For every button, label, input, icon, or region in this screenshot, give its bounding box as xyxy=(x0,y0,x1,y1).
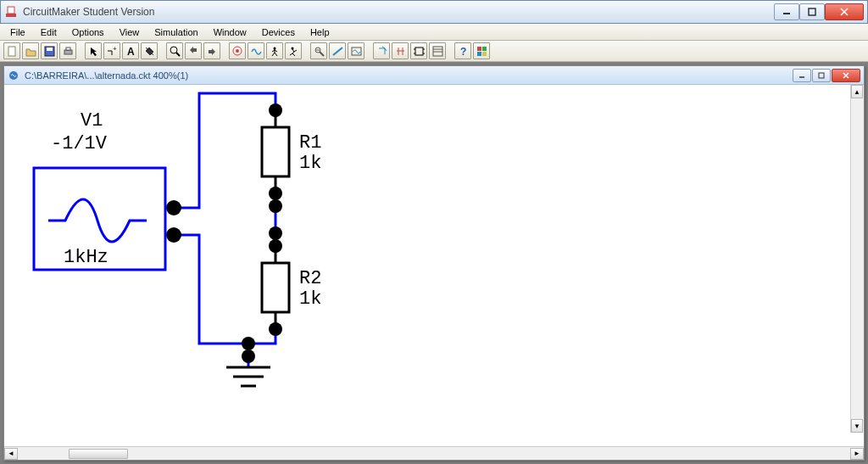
vertical-scrollbar[interactable]: ▲ ▼ xyxy=(850,85,864,433)
zoom-icon[interactable] xyxy=(166,42,183,59)
svg-point-50 xyxy=(166,227,181,243)
menu-bar: File Edit Options View Simulation Window… xyxy=(0,24,868,41)
print-icon[interactable] xyxy=(59,42,76,59)
probe-icon[interactable] xyxy=(310,42,327,59)
vscroll-track[interactable] xyxy=(851,98,863,419)
app-icon xyxy=(4,5,18,19)
v1-frequency-label: 1kHz xyxy=(64,247,108,268)
r1-value-label: 1k xyxy=(299,153,321,174)
horizontal-scrollbar[interactable]: ◄ ► xyxy=(4,446,864,460)
component-r1[interactable]: R1 1k xyxy=(262,110,321,193)
svg-rect-46 xyxy=(819,73,824,78)
svg-rect-10 xyxy=(66,48,70,50)
svg-point-53 xyxy=(269,199,282,213)
svg-rect-61 xyxy=(262,127,289,176)
trace-icon[interactable] xyxy=(348,42,364,59)
svg-rect-6 xyxy=(8,47,15,56)
zoom-in-icon[interactable] xyxy=(203,42,220,59)
maximize-button[interactable] xyxy=(799,3,825,20)
scroll-right-icon[interactable]: ► xyxy=(850,448,864,460)
svg-point-15 xyxy=(170,47,177,53)
doc-minimize-button[interactable] xyxy=(793,69,811,82)
svg-line-21 xyxy=(272,53,275,56)
document-window-controls xyxy=(793,69,860,82)
r2-name-label: R2 xyxy=(299,268,321,289)
svg-rect-41 xyxy=(482,47,487,51)
app-title: CircuitMaker Student Version xyxy=(23,6,774,18)
pointer-icon[interactable] xyxy=(85,42,102,59)
zoom-out-icon[interactable] xyxy=(185,42,202,59)
delete-icon[interactable] xyxy=(141,42,158,59)
svg-text:?: ? xyxy=(460,46,466,57)
window-controls xyxy=(774,3,864,20)
svg-rect-3 xyxy=(809,8,815,15)
svg-rect-8 xyxy=(47,48,53,51)
walk-icon[interactable] xyxy=(266,42,283,59)
document-icon xyxy=(8,70,19,81)
component-r2[interactable]: R2 1k xyxy=(262,246,321,329)
menu-simulation[interactable]: Simulation xyxy=(147,25,204,39)
wire-icon[interactable]: + xyxy=(103,42,120,59)
v1-amplitude-label: -1/1V xyxy=(51,133,108,154)
svg-point-49 xyxy=(166,200,181,215)
component-v1[interactable]: V1 -1/1V 1kHz xyxy=(34,110,165,270)
scroll-up-icon[interactable]: ▲ xyxy=(851,85,863,98)
doc-maximize-button[interactable] xyxy=(812,69,831,82)
doc-close-button[interactable] xyxy=(832,69,860,82)
svg-rect-43 xyxy=(482,52,487,56)
open-file-icon[interactable] xyxy=(22,42,39,59)
hscroll-track[interactable] xyxy=(18,448,850,460)
menu-devices[interactable]: Devices xyxy=(255,25,302,39)
menu-options[interactable]: Options xyxy=(65,25,111,39)
svg-line-27 xyxy=(320,52,324,56)
run-icon[interactable] xyxy=(285,42,302,59)
close-button[interactable] xyxy=(825,3,864,20)
rotate-icon[interactable] xyxy=(373,42,390,59)
svg-line-29 xyxy=(333,48,342,55)
svg-rect-1 xyxy=(8,7,14,14)
scroll-down-icon[interactable]: ▼ xyxy=(851,419,863,433)
toolbar: + A ? xyxy=(0,41,868,62)
svg-point-54 xyxy=(269,226,282,240)
component-ground[interactable] xyxy=(226,367,270,386)
save-icon[interactable] xyxy=(41,42,58,59)
minimize-button[interactable] xyxy=(774,3,799,20)
svg-rect-40 xyxy=(477,47,481,51)
svg-rect-64 xyxy=(262,263,289,312)
palette-icon[interactable] xyxy=(473,42,490,59)
r1-name-label: R1 xyxy=(299,132,321,154)
svg-line-16 xyxy=(176,53,180,56)
help-icon[interactable]: ? xyxy=(454,42,471,59)
mdi-client: C:\BARREIRA\...\alternada.ckt 400%(1) xyxy=(0,62,868,464)
svg-point-18 xyxy=(236,49,239,53)
schematic-canvas[interactable]: V1 -1/1V 1kHz R1 1k xyxy=(4,85,864,446)
title-bar: CircuitMaker Student Version xyxy=(0,0,868,24)
svg-rect-31 xyxy=(415,48,423,55)
svg-line-22 xyxy=(275,53,277,56)
text-icon[interactable]: A xyxy=(122,42,139,59)
menu-view[interactable]: View xyxy=(113,25,147,39)
hscroll-thumb[interactable] xyxy=(69,449,128,459)
scroll-left-icon[interactable]: ◄ xyxy=(4,448,18,460)
svg-point-58 xyxy=(242,349,255,363)
r2-value-label: 1k xyxy=(299,288,321,310)
document-title: C:\BARREIRA\...\alternada.ckt 400%(1) xyxy=(25,70,793,81)
svg-text:A: A xyxy=(127,46,135,57)
new-file-icon[interactable] xyxy=(3,42,20,59)
menu-help[interactable]: Help xyxy=(303,25,337,39)
document-window: C:\BARREIRA\...\alternada.ckt 400%(1) xyxy=(3,65,865,461)
svg-rect-0 xyxy=(6,14,16,17)
svg-rect-42 xyxy=(477,52,481,56)
analog-icon[interactable] xyxy=(248,42,264,59)
digital-icon[interactable] xyxy=(229,42,246,59)
menu-file[interactable]: File xyxy=(3,25,32,39)
parts-icon[interactable] xyxy=(429,42,446,59)
menu-window[interactable]: Window xyxy=(207,25,253,39)
circuit-diagram: V1 -1/1V 1kHz R1 1k xyxy=(4,85,852,446)
canvas-area: V1 -1/1V 1kHz R1 1k xyxy=(4,85,864,460)
flip-icon[interactable] xyxy=(392,42,409,59)
scope-icon[interactable] xyxy=(329,42,346,59)
svg-rect-9 xyxy=(64,50,72,54)
macro-icon[interactable] xyxy=(410,42,427,59)
menu-edit[interactable]: Edit xyxy=(34,25,64,39)
